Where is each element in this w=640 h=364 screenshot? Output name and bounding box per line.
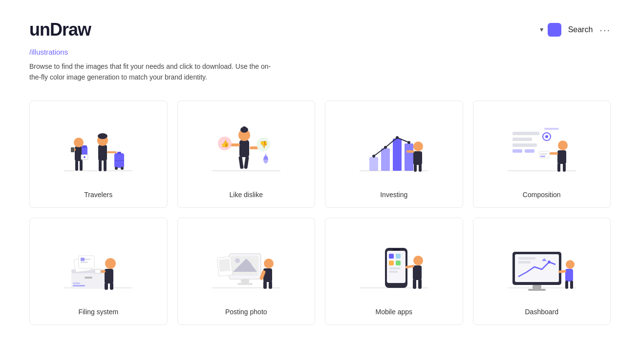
card-investing-label: Investing bbox=[380, 191, 407, 199]
svg-rect-105 bbox=[389, 261, 394, 265]
page-description: Browse to find the images that fit your … bbox=[29, 61, 274, 83]
svg-rect-6 bbox=[80, 160, 83, 171]
svg-rect-53 bbox=[512, 138, 532, 141]
svg-rect-55 bbox=[512, 149, 522, 153]
svg-rect-120 bbox=[518, 257, 535, 260]
svg-rect-52 bbox=[512, 132, 539, 135]
card-composition-label: Composition bbox=[523, 191, 561, 199]
svg-rect-93 bbox=[218, 259, 230, 272]
illustration-mobile-apps bbox=[333, 228, 455, 301]
svg-rect-111 bbox=[413, 279, 416, 289]
svg-point-94 bbox=[264, 259, 274, 268]
card-composition[interactable]: Composition bbox=[473, 101, 611, 208]
svg-point-21 bbox=[121, 167, 124, 170]
svg-rect-124 bbox=[565, 269, 573, 282]
svg-rect-54 bbox=[512, 143, 537, 147]
color-dropdown-arrow-icon[interactable]: ▼ bbox=[539, 26, 545, 33]
svg-rect-14 bbox=[99, 160, 102, 171]
svg-point-59 bbox=[558, 141, 568, 150]
illustration-like-dislike: 👍 👎 bbox=[186, 111, 307, 184]
svg-rect-71 bbox=[85, 277, 92, 279]
svg-rect-5 bbox=[75, 160, 78, 171]
card-dashboard-label: Dashboard bbox=[525, 308, 559, 316]
svg-rect-48 bbox=[414, 164, 417, 172]
svg-rect-121 bbox=[518, 261, 531, 263]
svg-rect-126 bbox=[570, 281, 573, 289]
illustration-dashboard bbox=[481, 228, 603, 301]
header: unDraw ▼ Search ··· bbox=[29, 20, 611, 40]
svg-point-58 bbox=[545, 135, 548, 138]
svg-rect-82 bbox=[110, 283, 113, 290]
card-posting-photo[interactable]: Posting photo bbox=[177, 218, 316, 325]
search-button[interactable]: Search bbox=[568, 25, 593, 34]
svg-rect-112 bbox=[418, 279, 422, 289]
svg-point-91 bbox=[235, 258, 240, 263]
page-wrapper: unDraw ▼ Search ··· /illustrations Brows… bbox=[0, 0, 640, 364]
svg-text:👍: 👍 bbox=[220, 140, 229, 148]
svg-rect-117 bbox=[533, 285, 541, 289]
illustrations-link[interactable]: /illustrations bbox=[29, 48, 68, 56]
svg-rect-65 bbox=[540, 153, 547, 155]
svg-rect-118 bbox=[528, 289, 546, 291]
card-travelers[interactable]: Travelers bbox=[29, 101, 168, 208]
svg-rect-107 bbox=[389, 267, 401, 269]
svg-rect-73 bbox=[73, 283, 80, 284]
card-posting-photo-label: Posting photo bbox=[225, 308, 267, 316]
svg-point-79 bbox=[105, 258, 116, 269]
svg-rect-106 bbox=[396, 261, 401, 265]
card-mobile-apps-label: Mobile apps bbox=[376, 308, 413, 316]
svg-rect-50 bbox=[406, 150, 414, 153]
svg-rect-110 bbox=[413, 265, 422, 280]
more-options-icon[interactable]: ··· bbox=[599, 24, 611, 36]
svg-rect-80 bbox=[105, 269, 113, 283]
svg-point-45 bbox=[407, 141, 410, 144]
svg-point-26 bbox=[242, 126, 246, 130]
svg-rect-108 bbox=[389, 271, 398, 273]
svg-rect-102 bbox=[392, 249, 400, 251]
svg-point-2 bbox=[74, 138, 84, 147]
svg-rect-63 bbox=[550, 152, 558, 155]
card-filing-system-label: Filing system bbox=[78, 308, 118, 316]
svg-rect-103 bbox=[389, 254, 394, 259]
svg-text:👎: 👎 bbox=[259, 141, 268, 149]
svg-rect-11 bbox=[98, 145, 107, 161]
color-swatch-button[interactable] bbox=[548, 23, 561, 37]
svg-rect-95 bbox=[263, 268, 272, 282]
svg-rect-104 bbox=[396, 254, 401, 259]
card-mobile-apps[interactable]: Mobile apps bbox=[325, 218, 463, 325]
illustrations-grid: Travelers bbox=[29, 101, 611, 325]
svg-point-13 bbox=[98, 133, 107, 139]
svg-rect-96 bbox=[263, 281, 267, 289]
card-dashboard[interactable]: Dashboard bbox=[473, 218, 611, 325]
svg-point-119 bbox=[548, 261, 551, 263]
svg-rect-62 bbox=[563, 163, 566, 172]
illustration-travelers bbox=[38, 111, 159, 184]
svg-rect-78 bbox=[81, 258, 85, 261]
svg-point-10 bbox=[84, 156, 85, 158]
logo: unDraw bbox=[29, 20, 91, 40]
svg-point-44 bbox=[396, 136, 399, 139]
card-like-dislike[interactable]: 👍 👎 Like dislike bbox=[177, 101, 316, 208]
svg-rect-28 bbox=[244, 156, 249, 169]
card-filing-system[interactable]: Filing system bbox=[29, 218, 168, 325]
svg-rect-38 bbox=[369, 157, 378, 171]
svg-rect-77 bbox=[81, 262, 88, 263]
svg-rect-49 bbox=[419, 164, 422, 172]
illustration-investing bbox=[333, 111, 455, 184]
svg-rect-8 bbox=[71, 147, 74, 152]
svg-rect-61 bbox=[557, 163, 560, 172]
svg-marker-36 bbox=[263, 153, 268, 160]
svg-rect-39 bbox=[381, 148, 390, 171]
svg-rect-88 bbox=[237, 283, 253, 285]
svg-point-43 bbox=[384, 146, 387, 149]
svg-rect-125 bbox=[565, 281, 568, 289]
svg-rect-40 bbox=[393, 139, 402, 171]
illustration-composition bbox=[481, 111, 603, 184]
svg-rect-67 bbox=[544, 128, 559, 130]
svg-rect-72 bbox=[73, 285, 85, 286]
svg-rect-16 bbox=[107, 151, 117, 153]
card-like-dislike-label: Like dislike bbox=[230, 191, 263, 199]
illustration-posting-photo bbox=[186, 228, 307, 301]
card-travelers-label: Travelers bbox=[84, 191, 112, 199]
card-investing[interactable]: Investing bbox=[325, 101, 463, 208]
